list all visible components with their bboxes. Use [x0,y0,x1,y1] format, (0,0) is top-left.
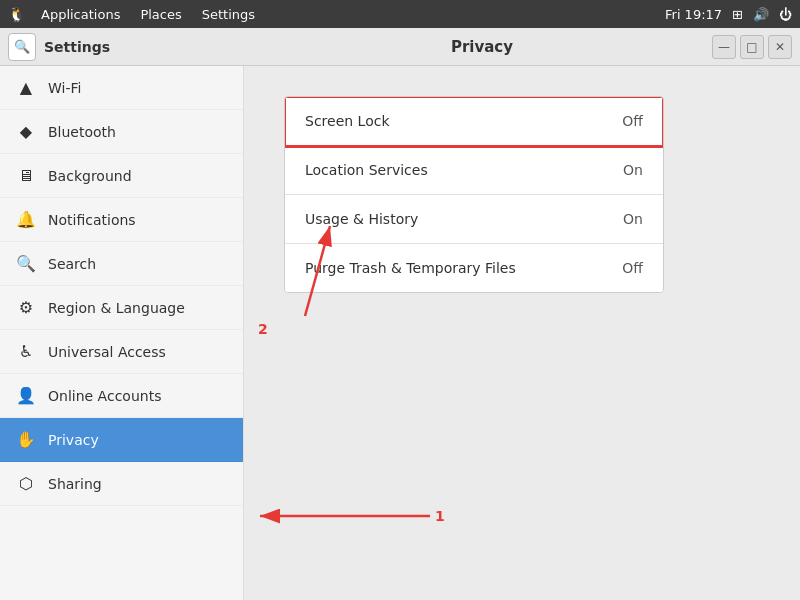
sidebar-item-region[interactable]: ⚙ Region & Language [0,286,243,330]
top-menu-left: 🐧 Applications Places Settings [8,5,259,24]
sidebar-label-search: Search [48,256,96,272]
sidebar-item-privacy[interactable]: ✋ Privacy [0,418,243,462]
top-menu-right: Fri 19:17 ⊞ 🔊 ⏻ [665,7,792,22]
privacy-label-location-services: Location Services [305,162,428,178]
sidebar-item-search[interactable]: 🔍 Search [0,242,243,286]
sidebar-item-sharing[interactable]: ⬡ Sharing [0,462,243,506]
search-button[interactable]: 🔍 [8,33,36,61]
distro-icon: 🐧 [8,6,25,22]
privacy-label-usage-history: Usage & History [305,211,418,227]
sidebar-label-background: Background [48,168,132,184]
volume-icon[interactable]: 🔊 [753,7,769,22]
settings-panel-title: Settings [44,39,110,55]
region-icon: ⚙ [16,298,36,317]
sidebar-label-sharing: Sharing [48,476,102,492]
main-window: 🔍 Settings Privacy — □ ✕ ▲ Wi-Fi ◆ Bluet… [0,28,800,600]
privacy-value-screen-lock: Off [622,113,643,129]
universal-icon: ♿ [16,342,36,361]
sidebar: ▲ Wi-Fi ◆ Bluetooth 🖥 Background 🔔 Notif… [0,66,244,600]
sidebar-item-wifi[interactable]: ▲ Wi-Fi [0,66,243,110]
background-icon: 🖥 [16,166,36,185]
window-title: Privacy [252,38,712,56]
top-menu-bar: 🐧 Applications Places Settings Fri 19:17… [0,0,800,28]
sharing-icon: ⬡ [16,474,36,493]
sidebar-label-privacy: Privacy [48,432,99,448]
sidebar-label-bluetooth: Bluetooth [48,124,116,140]
menu-places[interactable]: Places [136,5,185,24]
sidebar-label-notifications: Notifications [48,212,136,228]
bluetooth-icon: ◆ [16,122,36,141]
menu-applications[interactable]: Applications [37,5,124,24]
search-icon: 🔍 [16,254,36,273]
sidebar-item-universal[interactable]: ♿ Universal Access [0,330,243,374]
privacy-value-location-services: On [623,162,643,178]
notifications-icon: 🔔 [16,210,36,229]
content-area: ▲ Wi-Fi ◆ Bluetooth 🖥 Background 🔔 Notif… [0,66,800,600]
privacy-row-usage-history[interactable]: Usage & History On [285,195,663,244]
sidebar-item-notifications[interactable]: 🔔 Notifications [0,198,243,242]
network-icon[interactable]: ⊞ [732,7,743,22]
search-icon: 🔍 [14,39,30,54]
privacy-row-screen-lock[interactable]: Screen Lock Off [285,97,663,146]
privacy-value-usage-history: On [623,211,643,227]
power-icon[interactable]: ⏻ [779,7,792,22]
close-button[interactable]: ✕ [768,35,792,59]
privacy-label-purge-trash: Purge Trash & Temporary Files [305,260,516,276]
privacy-row-purge-trash[interactable]: Purge Trash & Temporary Files Off [285,244,663,292]
wifi-icon: ▲ [16,78,36,97]
menu-settings[interactable]: Settings [198,5,259,24]
privacy-row-location-services[interactable]: Location Services On [285,146,663,195]
privacy-panel: Screen Lock Off Location Services On Usa… [244,66,800,600]
maximize-button[interactable]: □ [740,35,764,59]
sidebar-item-background[interactable]: 🖥 Background [0,154,243,198]
privacy-icon: ✋ [16,430,36,449]
online-accounts-icon: 👤 [16,386,36,405]
sidebar-label-universal: Universal Access [48,344,166,360]
window-controls: — □ ✕ [712,35,792,59]
sidebar-label-wifi: Wi-Fi [48,80,81,96]
title-bar: 🔍 Settings Privacy — □ ✕ [0,28,800,66]
privacy-list: Screen Lock Off Location Services On Usa… [284,96,664,293]
sidebar-item-bluetooth[interactable]: ◆ Bluetooth [0,110,243,154]
minimize-button[interactable]: — [712,35,736,59]
privacy-value-purge-trash: Off [622,260,643,276]
sidebar-item-online-accounts[interactable]: 👤 Online Accounts [0,374,243,418]
privacy-label-screen-lock: Screen Lock [305,113,390,129]
sidebar-label-region: Region & Language [48,300,185,316]
title-bar-left: 🔍 Settings [8,33,252,61]
sidebar-label-online-accounts: Online Accounts [48,388,161,404]
clock: Fri 19:17 [665,7,722,22]
